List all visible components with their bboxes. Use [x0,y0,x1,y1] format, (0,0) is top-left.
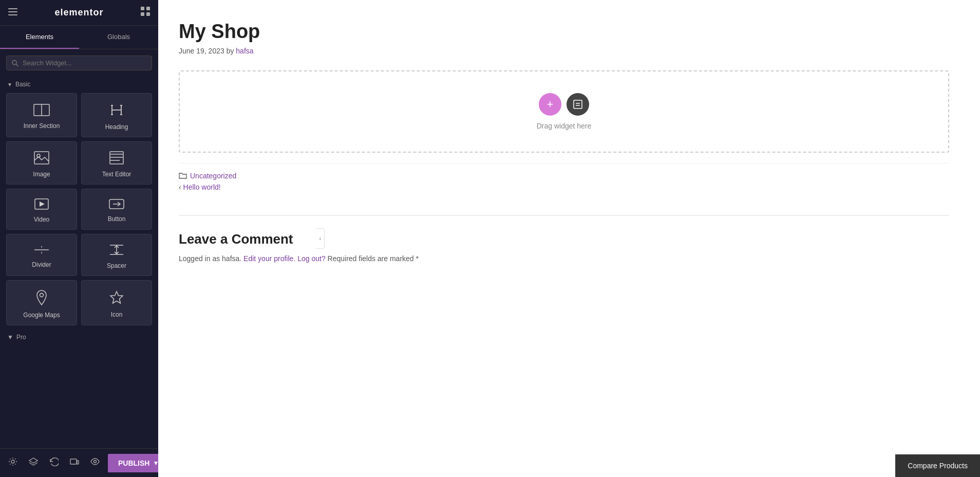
category-link[interactable]: Uncategorized [190,172,236,180]
svg-rect-18 [34,152,49,164]
drop-zone: + Drag widget here [179,70,949,153]
svg-rect-39 [77,461,79,464]
widget-icon[interactable]: Icon [81,280,152,325]
comments-title: Leave a Comment [179,231,949,247]
divider-icon [34,245,49,257]
left-panel: elementor Elements Globals ▼ Basic [0,0,158,477]
widget-spacer[interactable]: Spacer [81,234,152,276]
widget-image-label: Image [33,171,50,178]
log-out-link[interactable]: Log out? [297,254,326,263]
svg-rect-6 [146,12,150,16]
widget-video-label: Video [34,216,49,223]
svg-marker-29 [41,246,42,248]
widget-text-editor[interactable]: Text Editor [81,141,152,185]
basic-section-label: ▼ Basic [0,77,158,91]
image-icon [34,151,49,167]
panel-tabs: Elements Globals [0,26,158,49]
svg-rect-41 [574,100,582,108]
svg-rect-0 [8,8,17,9]
hamburger-icon[interactable] [8,7,17,18]
add-template-button[interactable] [567,93,589,116]
drop-zone-buttons: + [539,93,589,116]
icon-widget-icon [109,290,124,307]
tab-elements[interactable]: Elements [0,26,79,49]
text-editor-icon [109,151,124,167]
svg-line-8 [16,64,18,66]
drop-zone-label: Drag widget here [537,122,592,130]
basic-arrow-icon: ▼ [7,82,12,87]
svg-marker-30 [41,251,42,253]
add-widget-button[interactable]: + [539,93,561,116]
svg-rect-23 [110,152,123,164]
search-input[interactable] [23,59,146,67]
svg-rect-38 [70,459,77,464]
post-navigation: ‹ Hello world! [179,183,949,191]
responsive-icon[interactable] [67,454,82,472]
post-footer: Uncategorized ‹ Hello world! [179,163,949,199]
page-title: My Shop [179,21,949,43]
button-icon [109,199,124,211]
svg-rect-4 [146,7,150,10]
widget-text-editor-label: Text Editor [102,171,131,178]
settings-icon[interactable] [5,454,21,472]
grid-icon[interactable] [141,7,150,19]
video-icon [34,198,49,212]
widget-heading-label: Heading [105,123,128,131]
elementor-logo: elementor [54,7,103,18]
author-link[interactable]: hafsa [236,47,253,55]
widget-heading[interactable]: Heading [81,93,152,137]
google-maps-icon [36,290,47,307]
widget-button[interactable]: Button [81,189,152,230]
page-meta: June 19, 2023 by hafsa [179,47,949,55]
widget-divider-label: Divider [32,261,51,268]
widget-divider[interactable]: Divider [6,234,77,276]
prev-post-link[interactable]: Hello world! [183,183,221,191]
widget-button-label: Button [108,215,126,223]
widgets-grid: Inner Section Heading [0,91,158,329]
svg-rect-3 [141,7,144,10]
widget-google-maps[interactable]: Google Maps [6,280,77,325]
widget-google-maps-label: Google Maps [23,311,60,319]
main-content: My Shop June 19, 2023 by hafsa + Drag wi… [158,0,980,477]
compare-products-button[interactable]: Compare Products [895,454,980,477]
svg-point-34 [40,293,44,297]
widget-inner-section-label: Inner Section [24,122,60,130]
post-categories: Uncategorized [179,172,949,180]
widget-image[interactable]: Image [6,141,77,185]
comments-meta: Logged in as hafsa. Edit your profile. L… [179,254,949,263]
edit-profile-link[interactable]: Edit your profile. [243,254,295,263]
pro-arrow-icon: ▼ [7,334,13,341]
widget-video[interactable]: Video [6,189,77,230]
heading-icon [109,103,124,119]
svg-point-40 [94,461,97,463]
svg-point-36 [11,460,14,463]
collapse-panel-handle[interactable]: ‹ [316,228,325,249]
search-icon [12,60,18,67]
inner-section-icon [33,104,50,118]
svg-marker-25 [40,201,45,207]
widget-inner-section[interactable]: Inner Section [6,93,77,137]
spacer-icon [109,244,124,258]
svg-rect-5 [141,12,144,16]
svg-rect-1 [8,11,17,12]
tab-globals[interactable]: Globals [79,26,158,49]
widget-spacer-label: Spacer [107,262,126,269]
svg-rect-2 [8,14,17,15]
layers-icon[interactable] [26,454,41,472]
search-box [6,56,152,70]
widget-icon-label: Icon [111,311,123,318]
comments-section: Leave a Comment Logged in as hafsa. Edit… [179,215,949,273]
pro-section-label: ▼ Pro [0,329,158,343]
eye-icon[interactable] [87,454,103,472]
svg-marker-35 [110,291,123,303]
folder-icon [179,172,187,179]
page-content: My Shop June 19, 2023 by hafsa + Drag wi… [158,0,980,477]
panel-footer: PUBLISH ▼ [0,448,158,477]
svg-marker-37 [29,458,37,463]
history-icon[interactable] [46,454,62,472]
panel-header: elementor [0,0,158,26]
